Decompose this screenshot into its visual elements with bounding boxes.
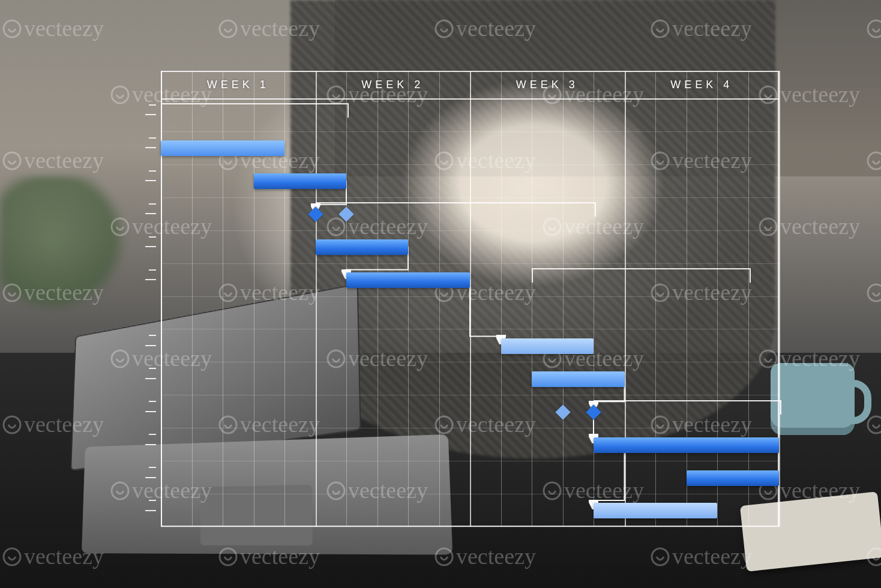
summary-bracket <box>316 202 597 213</box>
task-bar <box>532 371 625 387</box>
task-bar <box>346 272 470 288</box>
plant-decor <box>0 176 132 332</box>
row-tick-marks <box>140 98 161 527</box>
task-bar <box>501 338 594 354</box>
task-bar <box>594 437 779 453</box>
task-bar <box>254 173 347 189</box>
summary-bracket <box>532 268 751 279</box>
summary-bracket <box>161 103 349 114</box>
gantt-bars-layer <box>161 71 779 527</box>
summary-bracket <box>594 400 781 411</box>
task-bar <box>161 140 284 156</box>
task-bar <box>594 503 717 518</box>
task-bar <box>316 239 409 255</box>
milestone-diamond <box>555 404 570 419</box>
coffee-mug <box>771 363 855 435</box>
task-bar <box>687 470 780 486</box>
gantt-chart: WEEK 1 WEEK 2 WEEK 3 WEEK 4 <box>161 71 779 527</box>
